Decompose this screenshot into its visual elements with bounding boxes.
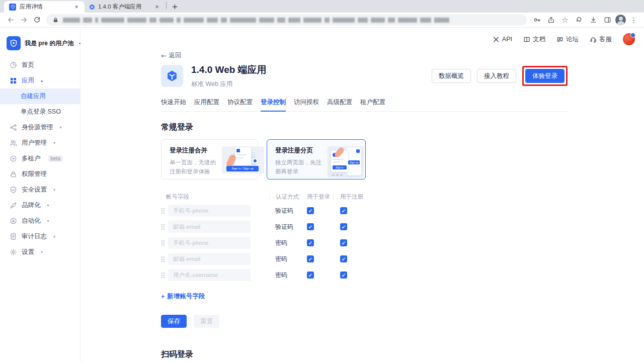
reset-button[interactable]: 重置 <box>194 315 219 328</box>
browser-menu-icon[interactable]: ⋮ <box>628 14 640 27</box>
sidebar-item[interactable]: 安全设置▾ <box>0 182 80 198</box>
url-bar[interactable] <box>46 14 527 26</box>
docs-icon <box>523 36 530 43</box>
plus-icon: + <box>161 293 165 300</box>
sidebar-item-label: 权限管理 <box>22 170 47 178</box>
tab-登录控制[interactable]: 登录控制 <box>261 95 286 112</box>
dot-favicon <box>90 5 95 10</box>
main-content: API文档论坛客服 ← 返回 1.4.0 Web 端应用 标准 Web 应用 数… <box>80 28 644 362</box>
checkbox-checked[interactable]: ✓ <box>307 223 314 230</box>
field-input[interactable] <box>168 237 251 249</box>
brush-icon <box>10 202 17 209</box>
tab-快速开始[interactable]: 快速开始 <box>161 95 186 111</box>
account-field-row: 密码✓✓ <box>161 269 568 281</box>
utility-link-docs[interactable]: 文档 <box>523 35 545 44</box>
user-avatar[interactable] <box>623 33 635 45</box>
extensions-icon[interactable] <box>573 14 585 27</box>
chevron-down-icon: ▾ <box>41 250 43 254</box>
checkbox-checked[interactable]: ✓ <box>307 207 314 214</box>
merged-login-illustration: Sign in / Sign up <box>222 146 264 173</box>
field-input[interactable] <box>168 205 251 217</box>
sidebar-item[interactable]: 设置▾ <box>0 244 80 260</box>
drag-handle-icon[interactable] <box>161 272 165 279</box>
page-subtitle: 标准 Web 应用 <box>191 80 267 88</box>
sidebar-subitem-sso[interactable]: 单点登录 SSO <box>0 104 80 120</box>
close-icon[interactable]: × <box>72 3 80 11</box>
utility-link-forum[interactable]: 论坛 <box>556 35 579 44</box>
tab-title: 应用详情 <box>20 3 69 11</box>
download-icon[interactable] <box>587 14 599 27</box>
drag-handle-icon[interactable] <box>161 224 165 230</box>
checkbox-checked[interactable]: ✓ <box>307 255 314 262</box>
api-icon <box>493 36 500 43</box>
side-panel-icon[interactable] <box>601 14 613 27</box>
sidebar-item-label: 应用 <box>22 76 34 85</box>
checkbox-checked[interactable]: ✓ <box>340 272 347 279</box>
forward-arrow-icon[interactable] <box>17 14 30 27</box>
tab-租户配置[interactable]: 租户配置 <box>360 95 385 111</box>
data-overview-button[interactable]: 数据概览 <box>432 69 471 83</box>
sidebar-item[interactable]: 应用▴ <box>0 73 80 88</box>
checkbox-checked[interactable]: ✓ <box>340 239 347 246</box>
integration-tutorial-button[interactable]: 接入教程 <box>477 69 516 83</box>
drag-handle-icon[interactable] <box>161 256 165 262</box>
close-icon[interactable]: × <box>153 3 161 11</box>
sidebar-subitem-self-built-apps[interactable]: 自建应用 <box>0 88 80 104</box>
checkbox-checked[interactable]: ✓ <box>340 207 347 214</box>
utility-link-support[interactable]: 客服 <box>590 35 612 44</box>
section-title-normal-login: 常规登录 <box>161 122 568 133</box>
column-header-field: 帐号字段 <box>161 193 269 201</box>
sidebar-item[interactable]: 用户管理▾ <box>0 135 80 151</box>
share-icon[interactable] <box>545 14 557 27</box>
drag-handle-icon[interactable] <box>161 208 165 214</box>
checkbox-checked[interactable]: ✓ <box>307 272 314 279</box>
sidebar-item-label: 安全设置 <box>22 186 47 194</box>
bookmark-star-icon[interactable]: ☆ <box>559 14 571 27</box>
reload-icon[interactable] <box>30 14 43 27</box>
audit-log-icon <box>10 233 17 240</box>
utility-link-api[interactable]: API <box>493 36 512 43</box>
sidebar-item[interactable]: 审计日志▾ <box>0 229 80 244</box>
sidebar-item[interactable]: 首页 <box>0 57 80 73</box>
browser-tab-active[interactable]: 应用详情 × <box>4 1 85 13</box>
userpool-switcher[interactable]: 我是 pre 的用户池 ▾ <box>0 32 80 57</box>
sidebar-item-label: 审计日志 <box>22 232 47 241</box>
auth-method-label: 密码 <box>269 239 300 247</box>
tab-高级配置[interactable]: 高级配置 <box>327 95 352 111</box>
shield-favicon <box>9 4 16 11</box>
browser-tab-inactive[interactable]: 1.4.0 客户端应用 × <box>85 1 165 13</box>
key-icon[interactable] <box>531 14 543 27</box>
back-arrow-icon[interactable] <box>4 14 17 27</box>
sidebar-item[interactable]: 权限管理 <box>0 166 80 182</box>
experience-login-button[interactable]: 体验登录 <box>525 69 565 83</box>
split-login-illustration: Sign up Sign in <box>328 146 364 177</box>
sidebar-item-label: 品牌化 <box>22 201 41 210</box>
back-link[interactable]: ← 返回 <box>161 51 181 60</box>
column-header-login: 用于登录 <box>300 193 333 201</box>
checkbox-checked[interactable]: ✓ <box>307 239 314 246</box>
save-button[interactable]: 保存 <box>161 315 187 328</box>
checkbox-checked[interactable]: ✓ <box>340 223 347 230</box>
account-fields-table: 帐号字段 认证方式 用于登录 用于注册 验证码✓✓验证码✓✓密码✓✓密码✓✓密码… <box>161 193 568 281</box>
sidebar-item[interactable]: 品牌化▾ <box>0 198 80 213</box>
login-mode-card-merged[interactable]: 登录注册合并 单一页面，无缝的注册和登录体验 Sign in / Sign up <box>161 139 258 179</box>
field-input[interactable] <box>168 269 251 281</box>
checkbox-checked[interactable]: ✓ <box>340 255 347 262</box>
field-input[interactable] <box>168 221 251 233</box>
new-tab-button[interactable] <box>169 1 181 13</box>
tab-协议配置[interactable]: 协议配置 <box>227 95 253 111</box>
add-account-field-link[interactable]: + 新增账号字段 <box>161 292 205 301</box>
tab-访问授权[interactable]: 访问授权 <box>294 95 319 111</box>
sidebar-item[interactable]: 身份源管理▾ <box>0 120 80 135</box>
drag-handle-icon[interactable] <box>161 240 165 246</box>
login-mode-card-split[interactable]: 登录注册分页 独立两页面，先注册再登录 Sign up Sign in <box>267 139 366 179</box>
pie-chart-icon <box>10 61 17 69</box>
tab-应用配置[interactable]: 应用配置 <box>194 95 219 111</box>
account-field-row: 密码✓✓ <box>161 253 568 265</box>
sidebar-item[interactable]: 自动化▾ <box>0 213 80 229</box>
account-field-row: 验证码✓✓ <box>161 221 568 233</box>
browser-profile-avatar[interactable] <box>615 15 626 25</box>
sidebar-item[interactable]: 多租户beta <box>0 151 80 166</box>
field-input[interactable] <box>168 253 251 265</box>
share-nodes-icon <box>10 124 17 131</box>
